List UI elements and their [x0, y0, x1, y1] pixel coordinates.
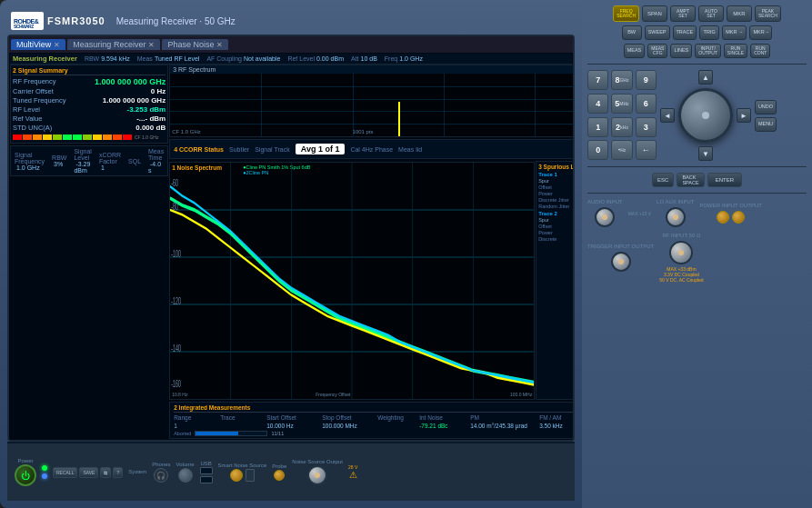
btn-trace[interactable]: TRACE	[673, 25, 697, 40]
btn-9[interactable]: 9	[636, 70, 657, 90]
btn-undo[interactable]: UNDO	[755, 100, 777, 115]
tab-multiview[interactable]: MultiView ✕	[11, 39, 65, 50]
spur-2-spur: Spur	[538, 217, 575, 223]
grid-v-4	[535, 74, 536, 136]
pn-xcorr: xCORR Factor 1	[99, 152, 121, 171]
btn-ampt-set[interactable]: AMPT SET	[670, 5, 696, 22]
ccorr-signal-track: Signal Track	[255, 146, 290, 153]
smart-noise-section: Smart Noise Source	[218, 463, 267, 482]
btn-nav-down[interactable]: ▼	[698, 146, 713, 161]
grid-v-3	[444, 74, 445, 136]
btn-meas[interactable]: MEAS	[624, 44, 646, 58]
btn-5[interactable]: 5 MHz	[611, 94, 632, 114]
btn-4-label: 4	[596, 99, 600, 108]
btn-span-label: SPAN	[647, 11, 662, 16]
btn-menu[interactable]: MENU	[755, 117, 777, 132]
btn-meas-config[interactable]: MEAS CFG	[647, 44, 667, 58]
btn-back-space[interactable]: BACK SPACE	[677, 173, 704, 187]
btn-auto-set[interactable]: AUTO SET	[698, 5, 724, 22]
ref-level-label: Ref Level	[287, 55, 315, 62]
lo-aux-bnc-center	[673, 214, 678, 220]
tab-phase-noise[interactable]: Phase Noise ✕	[162, 39, 228, 50]
btn-lines[interactable]: LINES	[670, 44, 692, 58]
btn-span[interactable]: SPAN	[642, 5, 667, 22]
btn-help[interactable]: ?	[113, 467, 123, 478]
pn-sql: SQL	[128, 158, 141, 164]
btn-enter[interactable]: ENTER	[707, 173, 742, 187]
btn-bw[interactable]: BW	[622, 25, 642, 40]
btn-input-output[interactable]: INPUT/ OUTPUT	[695, 44, 721, 58]
screen-main: 2 Signal Summary RF Frequency 1.000 000 …	[10, 65, 572, 439]
btn-nav-right[interactable]: ►	[737, 108, 751, 123]
btn-3[interactable]: 3	[636, 117, 657, 137]
btn-auto-set-label: AUTO SET	[705, 9, 717, 18]
color-bar: CF 1.0 GHz	[13, 134, 165, 141]
att-item: Att 10 dB	[351, 55, 377, 62]
btn-3-label: 3	[644, 123, 648, 132]
power-button[interactable]: ⏻	[15, 464, 36, 486]
usb-slot-2[interactable]	[200, 476, 213, 483]
btn-freq-search[interactable]: FREQ SEARCH	[613, 5, 639, 22]
btn-8[interactable]: 8 GHz	[611, 70, 632, 90]
max-label: MAX +13 V	[628, 211, 651, 216]
spurious-trace1-title: Trace 1	[538, 172, 575, 177]
main-knob[interactable]	[678, 88, 733, 143]
btn-dot[interactable]: · Hz	[611, 140, 632, 160]
btn-esc[interactable]: ESC	[652, 173, 674, 187]
audio-input-group: AUDIO INPUT	[587, 199, 623, 227]
freq-label: Freq	[385, 55, 397, 62]
btn-menu-label: MENU	[758, 122, 773, 127]
nav-left-icon: ◄	[664, 112, 671, 120]
btn-backspace[interactable]: ←	[636, 140, 657, 160]
int-meas-weight	[377, 423, 414, 429]
btn-run-cont-label: RUN CONT	[754, 46, 767, 55]
int-meas-intnoise: -79.21 dBc	[419, 423, 465, 429]
bottom-front-controls: Power ⏻ RECALL SAVE ⇆ ? System Phones	[7, 442, 575, 501]
btn-4[interactable]: 4	[587, 94, 608, 114]
grid-h-1	[170, 86, 575, 87]
btn-trig[interactable]: TRIG	[699, 25, 719, 40]
tab-measuring-receiver[interactable]: Measuring Receiver ✕	[67, 39, 160, 50]
col-fmam: FM / AM	[539, 414, 575, 421]
btn-recall[interactable]: RECALL	[53, 467, 77, 478]
btn-mkr[interactable]: MKR	[727, 5, 752, 22]
spurious-list-panel: 3 Spurious List Trace 1 Spur Offset 305 …	[536, 161, 575, 400]
btn-run-cont[interactable]: RUN CONT	[750, 44, 770, 58]
rf-input-group: RF INPUT 50 Ω MAX +33 dBm3.3V DC Coupled…	[659, 233, 703, 283]
lo-aux-group: LO AUX INPUT	[657, 199, 694, 227]
rf-input-max-label: MAX +33 dBm3.3V DC Coupled50 V DC, AC Co…	[659, 266, 703, 283]
int-meas-pm: 14.00 m°/245.38 µrad	[470, 423, 534, 429]
screen-content: Measuring Receiver RBW 9.594 kHz Meas Tu…	[9, 53, 573, 440]
btn-mkr-tilde[interactable]: MKR ~	[749, 25, 772, 40]
btn-7[interactable]: 7	[587, 70, 608, 90]
btn-1[interactable]: 1	[587, 117, 608, 137]
btn-print[interactable]: ⇆	[100, 467, 111, 478]
noise-output-bnc	[307, 465, 327, 485]
tab-measuring-receiver-close[interactable]: ✕	[148, 41, 155, 49]
system-label: System	[128, 469, 146, 474]
int-meas-data-row: 1 10.000 Hz 100.000 MHz -79.21 dBc 14.00…	[174, 423, 575, 429]
right-side-btns: UNDO MENU	[755, 70, 777, 161]
btn-peak-search[interactable]: PEAK SEARCH	[755, 5, 781, 22]
btn-mkr-arrow[interactable]: MKR →	[722, 25, 747, 40]
knob-row: ◄ ►	[660, 88, 751, 143]
ccorr-meas: Meas lid	[398, 146, 422, 153]
btn-run-single[interactable]: RUN SINGLE	[724, 44, 747, 58]
btn-nav-left[interactable]: ◄	[660, 108, 675, 123]
bar-seg-12	[123, 134, 132, 140]
btn-save[interactable]: SAVE	[79, 467, 98, 478]
btn-0[interactable]: 0	[587, 140, 608, 160]
spur-1-discrete: Discrete Jitter 9.10 fs	[538, 197, 575, 203]
btn-meas-label: MEAS	[627, 48, 642, 54]
tab-phase-noise-close[interactable]: ✕	[216, 41, 223, 49]
btn-2[interactable]: 2 kHz	[611, 117, 632, 137]
nav-down-icon: ▼	[702, 150, 709, 158]
usb-slot-1[interactable]	[200, 467, 213, 474]
btn-sweep[interactable]: SWEEP	[645, 25, 670, 40]
btn-nav-up[interactable]: ▲	[698, 70, 713, 85]
volume-knob[interactable]	[178, 468, 193, 483]
af-coupling-item: AF Coupling Not available	[206, 55, 280, 62]
tab-multiview-close[interactable]: ✕	[54, 41, 60, 49]
warning-icon: ⚠	[349, 470, 357, 480]
btn-6[interactable]: 6	[636, 94, 657, 114]
